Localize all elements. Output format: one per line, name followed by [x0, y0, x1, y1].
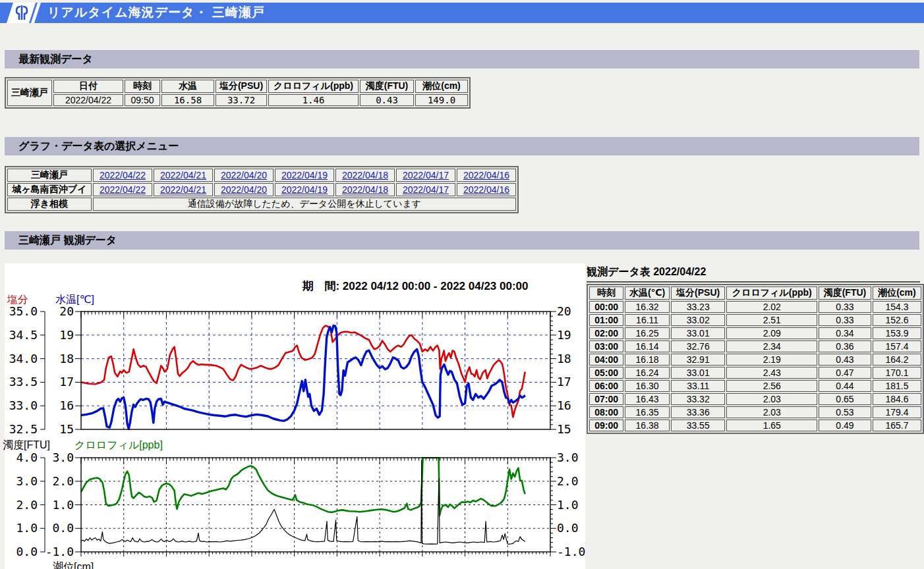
date-link[interactable]: 2022/04/22 — [100, 184, 146, 195]
turbidity-tick-label: 1.0 — [3, 522, 38, 535]
section-latest-data: 最新観測データ — [5, 50, 919, 68]
date-link[interactable]: 2022/04/20 — [221, 170, 267, 180]
row-time-cell: 09:00 — [589, 420, 623, 431]
row-value-cell: 0.65 — [819, 393, 871, 405]
row-value-cell: 2.03 — [726, 406, 817, 418]
latest-turbidity-value: 0.43 — [360, 94, 414, 106]
menu-date-cell: 2022/04/19 — [275, 169, 334, 182]
menu-site-label: 浮き相模 — [7, 198, 92, 211]
row-time-cell: 04:00 — [589, 354, 623, 366]
data-table-header: 時刻 — [589, 286, 623, 300]
data-table-header: 塩分(PSU) — [671, 286, 725, 300]
turbidity-chlorophyll-chart — [81, 458, 550, 552]
menu-date-cell: 2022/04/17 — [396, 169, 455, 182]
row-value-cell: 32.76 — [671, 340, 725, 352]
latest-tide-value: 149.0 — [415, 94, 468, 106]
date-link[interactable]: 2022/04/18 — [342, 170, 388, 180]
date-link[interactable]: 2022/04/21 — [160, 170, 206, 180]
menu-site-label: 城ヶ島南西沖ブイ — [7, 183, 92, 196]
chlorophyll-tick-label: 0.0 — [41, 522, 74, 535]
menu-date-cell: 2022/04/20 — [214, 183, 274, 196]
date-link[interactable]: 2022/04/22 — [100, 170, 146, 180]
salinity-tick-label: 33.0 — [3, 399, 38, 412]
temp-tick-label: 18 — [41, 352, 74, 366]
row-value-cell: 154.3 — [873, 301, 921, 313]
chart-period-title: 期 間: 2022 04/12 00:00 - 2022 04/23 00:00 — [257, 279, 573, 294]
date-link[interactable]: 2022/04/21 — [160, 184, 206, 195]
row-time-cell: 08:00 — [589, 406, 623, 418]
date-link[interactable]: 2022/04/20 — [221, 184, 267, 195]
temp-tick-label: 20 — [41, 305, 74, 318]
chlorophyll-tick-label: -1.0 — [41, 545, 74, 558]
date-link[interactable]: 2022/04/17 — [403, 184, 449, 195]
data-table-header: 水温(℃) — [625, 286, 670, 300]
latest-temp-value: 16.58 — [161, 94, 214, 106]
table-row: 09:0016.3833.551.650.49165.7 — [589, 420, 921, 431]
row-value-cell: 152.6 — [873, 314, 921, 326]
temp-right-tick-label: 16 — [557, 399, 591, 412]
row-value-cell: 16.32 — [625, 301, 670, 313]
latest-salinity-value: 33.72 — [216, 94, 267, 106]
row-value-cell: 33.01 — [671, 327, 725, 339]
chlorophyll-axis-label: クロロフィル[ppb] — [74, 439, 163, 452]
row-value-cell: 16.30 — [625, 380, 670, 392]
row-value-cell: 16.25 — [625, 327, 670, 339]
row-value-cell: 0.49 — [819, 420, 871, 431]
chlorophyll-right-tick-label: 3.0 — [557, 451, 591, 464]
latest-header-temp: 水温 — [161, 80, 214, 93]
turbidity-tick-label: 0.0 — [3, 545, 38, 558]
table-row: 02:0016.2533.012.090.34153.9 — [589, 327, 921, 339]
row-time-cell: 02:00 — [589, 327, 623, 339]
tide-axis-label-cutoff: 潮位[cm] — [53, 560, 94, 569]
salinity-tick-label: 32.5 — [3, 423, 38, 436]
table-row: 03:0016.1432.762.340.36157.4 — [589, 340, 921, 352]
menu-date-cell: 2022/04/22 — [93, 183, 152, 196]
row-value-cell: 2.02 — [726, 301, 817, 313]
turbidity-tick-label: 3.0 — [3, 475, 38, 488]
row-value-cell: 164.2 — [873, 354, 921, 366]
row-time-cell: 06:00 — [589, 380, 623, 392]
row-value-cell: 179.4 — [873, 406, 921, 418]
date-link[interactable]: 2022/04/19 — [281, 184, 328, 195]
chlorophyll-tick-label: 3.0 — [41, 451, 74, 464]
section-menu-label: グラフ・データ表の選択メニュー — [5, 137, 919, 153]
turbidity-tick-label: 4.0 — [3, 451, 38, 464]
date-link[interactable]: 2022/04/16 — [463, 184, 509, 195]
date-link[interactable]: 2022/04/16 — [463, 170, 509, 180]
row-time-cell: 00:00 — [589, 301, 623, 313]
row-time-cell: 05:00 — [589, 367, 623, 379]
chlorophyll-right-tick-label: -1.0 — [557, 545, 591, 558]
date-link[interactable]: 2022/04/17 — [403, 170, 449, 180]
row-value-cell: 2.51 — [726, 314, 817, 326]
row-value-cell: 0.36 — [819, 340, 871, 352]
row-time-cell: 03:00 — [589, 340, 623, 352]
latest-header-chlorophyll: クロロフィル(ppb) — [268, 80, 359, 93]
date-link[interactable]: 2022/04/19 — [281, 170, 328, 180]
temp-tick-label: 15 — [41, 423, 74, 436]
row-value-cell: 16.38 — [625, 420, 670, 431]
row-value-cell: 16.18 — [625, 354, 670, 366]
date-link[interactable]: 2022/04/18 — [342, 184, 388, 195]
chlorophyll-right-tick-label: 1.0 — [557, 499, 591, 512]
data-table-header: 潮位(cm) — [873, 286, 921, 300]
date-selection-menu-table: 三崎瀬戸2022/04/222022/04/212022/04/202022/0… — [5, 166, 519, 213]
table-row: 06:0016.3033.112.560.44181.5 — [589, 380, 921, 392]
row-value-cell: 33.32 — [671, 393, 725, 405]
latest-observation-table: 三崎瀬戸 日付 時刻 水温 塩分(PSU) クロロフィル(ppb) 濁度(FTU… — [5, 77, 471, 109]
row-value-cell: 33.36 — [671, 406, 725, 418]
row-value-cell: 16.24 — [625, 367, 670, 379]
row-value-cell: 16.11 — [625, 314, 670, 326]
row-value-cell: 0.44 — [819, 380, 871, 392]
chlorophyll-right-tick-label: 2.0 — [557, 475, 591, 488]
row-value-cell: 33.01 — [671, 367, 725, 379]
row-value-cell: 0.34 — [819, 327, 871, 339]
table-row: 00:0016.3233.232.020.33154.3 — [589, 301, 921, 313]
data-table-header: クロロフィル(ppb) — [726, 286, 817, 300]
site-logo-icon — [7, 2, 41, 24]
hourly-data-table: 時刻水温(℃)塩分(PSU)クロロフィル(ppb)濁度(FTU)潮位(cm)00… — [587, 284, 924, 434]
latest-site-label: 三崎瀬戸 — [7, 80, 52, 106]
latest-header-tide: 潮位(cm) — [415, 80, 468, 93]
temp-right-tick-label: 19 — [557, 329, 591, 342]
temp-salinity-chart — [81, 312, 550, 429]
row-value-cell: 0.33 — [819, 301, 871, 313]
